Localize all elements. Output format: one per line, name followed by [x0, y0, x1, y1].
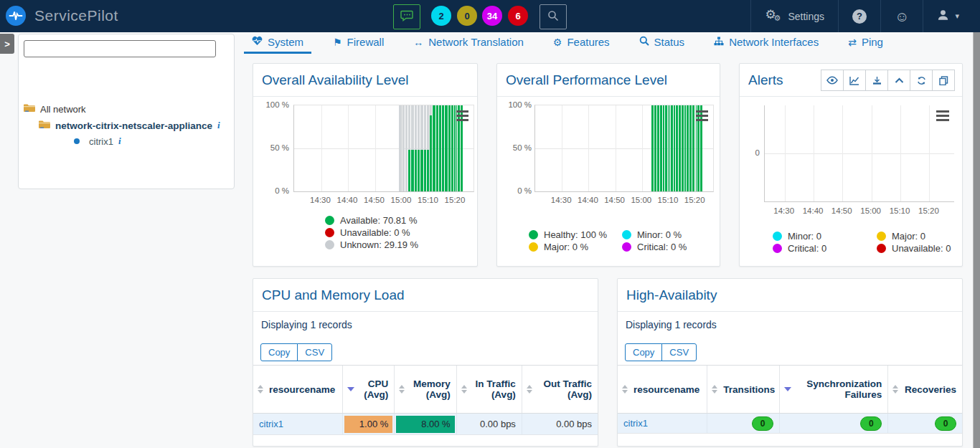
- sort-icon: [892, 385, 898, 394]
- gridline: [348, 105, 349, 191]
- bar-segment: [451, 105, 453, 191]
- alerts-toolbar: [821, 70, 955, 91]
- brand[interactable]: ServicePilot: [6, 6, 118, 26]
- x-tick: 14:40: [578, 196, 598, 204]
- info-icon[interactable]: i: [118, 135, 121, 147]
- column-header-out-traffic[interactable]: Out Traffic (Avg): [522, 366, 598, 414]
- tree-item-netscaler-appliance[interactable]: network-citrix-netscaler-appliance i: [39, 120, 220, 131]
- availability-card: Overall Availability Level 100 % 50 % 0 …: [253, 63, 478, 267]
- badge-critical[interactable]: 34: [482, 6, 502, 26]
- tab-label: Ping: [862, 36, 883, 48]
- column-header-resourcename[interactable]: resourcename: [253, 366, 343, 414]
- chart-bar: [660, 105, 662, 191]
- smiley-icon: ☺: [895, 9, 909, 24]
- folder-icon: [24, 103, 35, 115]
- sort-icon: [622, 385, 628, 394]
- tab-features[interactable]: ⚙ Features: [545, 32, 618, 54]
- feedback-button[interactable]: ☺: [880, 0, 923, 32]
- sort-icon: [712, 385, 717, 394]
- resource-link[interactable]: citrix1: [259, 419, 283, 429]
- x-tick: 14:30: [310, 196, 331, 204]
- tree-item-all-network[interactable]: All network: [24, 103, 86, 115]
- table-row: citrix1 1.00 % 8.00 % 0.00 bps 0.00 bps: [253, 414, 598, 435]
- chart-legend: Healthy: 100 %Minor: 0 %Major: 0 %Critic…: [529, 229, 687, 253]
- resource-link[interactable]: citrix1: [623, 418, 648, 429]
- legend-dot: [877, 232, 886, 241]
- bar-segment: [657, 105, 659, 191]
- column-header-recoveries[interactable]: Recoveries: [888, 366, 962, 414]
- column-header-memory[interactable]: Memory (Avg): [395, 366, 456, 414]
- x-axis: 14:3014:4014:5015:0015:1015:20: [764, 206, 953, 218]
- export-buttons: Copy CSV: [260, 343, 332, 361]
- navbar-search-button[interactable]: [540, 4, 567, 29]
- tab-network-translation[interactable]: ↔ Network Translation: [405, 32, 532, 54]
- help-button[interactable]: ?: [838, 0, 880, 32]
- status-badge: 0: [860, 416, 882, 431]
- gridline: [695, 105, 696, 191]
- legend-item: Unavailable: 0 %: [325, 227, 418, 239]
- tab-system[interactable]: System: [244, 32, 311, 54]
- chart-menu-icon[interactable]: [454, 109, 470, 123]
- navbar-right-group: ⚙⚙ Settings ? ☺ ▾: [750, 0, 973, 32]
- legend-dot: [622, 230, 631, 239]
- chevron-up-icon[interactable]: [887, 70, 910, 91]
- sort-icon: [461, 385, 467, 394]
- tree-item-citrix1[interactable]: citrix1 i: [56, 135, 121, 147]
- y-tick: 0 %: [500, 186, 532, 195]
- copy-button[interactable]: Copy: [260, 343, 298, 361]
- bar-segment: [433, 105, 435, 191]
- bar-segment: [420, 105, 423, 150]
- badge-unavailable[interactable]: 6: [508, 6, 528, 26]
- refresh-icon[interactable]: [910, 70, 933, 91]
- download-icon[interactable]: [865, 70, 888, 91]
- user-menu-button[interactable]: ▾: [923, 0, 973, 32]
- bar-segment: [448, 105, 451, 191]
- csv-button[interactable]: CSV: [297, 343, 332, 361]
- bar-segment: [405, 105, 407, 191]
- eye-icon[interactable]: [821, 70, 844, 91]
- column-header-sync-failures[interactable]: Synchronization Failures: [780, 366, 888, 414]
- card-title: Overall Availability Level: [253, 64, 477, 97]
- badge-minor[interactable]: 2: [431, 6, 451, 26]
- scrollbar-thumb[interactable]: [973, 32, 980, 448]
- chart-bar: [445, 105, 447, 191]
- chart-bar: [671, 105, 673, 191]
- tree-search-input[interactable]: [24, 40, 216, 57]
- settings-button[interactable]: ⚙⚙ Settings: [750, 0, 838, 32]
- sort-desc-icon: [347, 387, 354, 391]
- copy-icon[interactable]: [932, 70, 955, 91]
- chart-bar: [430, 105, 432, 191]
- chart-menu-icon[interactable]: [935, 109, 951, 123]
- badge-major[interactable]: 0: [457, 6, 477, 26]
- high-availability-card: High-Availabity Displaying 1 records Cop…: [617, 278, 963, 447]
- copy-button[interactable]: Copy: [625, 343, 662, 361]
- tab-firewall[interactable]: ⚑ Firewall: [325, 32, 392, 54]
- bar-segment: [687, 105, 689, 191]
- tree-item-label: network-citrix-netscaler-appliance: [55, 120, 212, 131]
- folder-icon: [39, 120, 50, 131]
- sort-icon: [527, 385, 532, 394]
- info-icon[interactable]: i: [217, 120, 220, 131]
- x-axis: 14:3014:4014:5015:0015:1015:20: [534, 196, 712, 207]
- tab-status[interactable]: Status: [631, 32, 693, 54]
- column-header-resourcename[interactable]: resourcename: [618, 366, 707, 414]
- x-tick: 14:30: [773, 206, 794, 215]
- servicepilot-logo-icon: [6, 6, 26, 26]
- search-icon: [639, 36, 649, 48]
- sort-desc-icon: [784, 387, 791, 391]
- chat-button[interactable]: [393, 4, 420, 29]
- bar-segment: [654, 105, 656, 191]
- column-header-cpu[interactable]: CPU (Avg): [343, 366, 395, 414]
- sidebar-collapse-handle[interactable]: >: [0, 34, 14, 54]
- csv-button[interactable]: CSV: [661, 343, 697, 361]
- bar-segment: [676, 105, 678, 191]
- tab-network-interfaces[interactable]: Network Interfaces: [706, 32, 826, 54]
- legend-label: Unavailable: 0 %: [340, 227, 410, 238]
- tab-label: Network Translation: [428, 36, 524, 48]
- chart-menu-icon[interactable]: [694, 109, 710, 123]
- column-header-in-traffic[interactable]: In Traffic (Avg): [456, 366, 522, 414]
- chart-bar: [689, 105, 692, 191]
- tab-ping[interactable]: ⇄ Ping: [840, 32, 891, 54]
- column-header-transitions[interactable]: Transitions: [707, 366, 780, 414]
- line-chart-icon[interactable]: [843, 70, 866, 91]
